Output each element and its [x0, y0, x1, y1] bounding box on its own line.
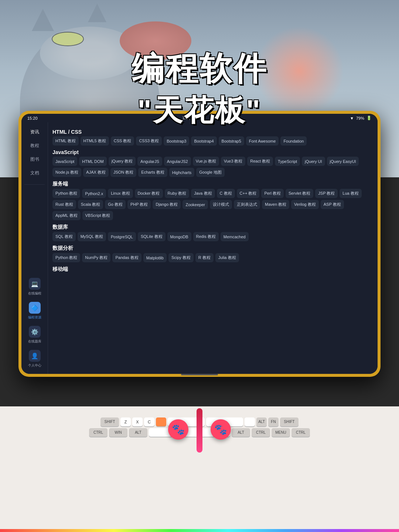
- tag-btn-database-6[interactable]: Memcached: [221, 232, 249, 241]
- sidebar-item-news[interactable]: 资讯: [21, 125, 48, 139]
- tag-btn-javascript-3[interactable]: AngularJS: [137, 157, 162, 166]
- tag-btn-server-8[interactable]: Perl 教程: [261, 189, 284, 198]
- tag-btn-html-css-8[interactable]: Foundation: [280, 136, 307, 146]
- sidebar-item-profile[interactable]: 👤 个人中心: [21, 347, 48, 371]
- tag-btn-javascript-1[interactable]: HTML DOM: [79, 157, 106, 166]
- tag-btn-data-analysis-6[interactable]: Julia 教程: [215, 253, 239, 262]
- tag-btn-database-3[interactable]: SQLite 教程: [138, 232, 166, 241]
- sidebar-item-edit-resource[interactable]: 🔷 编程资源: [21, 299, 48, 323]
- sidebar-item-docs[interactable]: 文档: [21, 166, 48, 180]
- tag-btn-javascript-2[interactable]: jQuery 教程: [109, 157, 136, 166]
- tag-btn-server-10[interactable]: JSP 教程: [315, 189, 338, 198]
- tag-btn-server-20[interactable]: Maven 教程: [262, 200, 289, 209]
- alt-key-left[interactable]: ALT: [129, 428, 147, 437]
- tag-btn-html-css-0[interactable]: HTML 教程: [52, 136, 79, 146]
- tag-btn-database-5[interactable]: Redis 教程: [193, 232, 219, 241]
- ctrl-key-right[interactable]: CTRL: [252, 428, 270, 437]
- tag-btn-javascript-7[interactable]: React 教程: [247, 157, 273, 166]
- online-edit-icon: 💻: [29, 278, 41, 290]
- tag-btn-database-0[interactable]: SQL 教程: [52, 232, 76, 241]
- tag-btn-javascript-9[interactable]: jQuery UI: [302, 157, 325, 166]
- tag-btn-data-analysis-0[interactable]: Python 教程: [52, 253, 80, 262]
- sidebar-item-tutorial[interactable]: 教程: [21, 139, 48, 153]
- tag-btn-server-21[interactable]: Verilog 教程: [291, 200, 319, 209]
- ipad-frame: 15:20 12月6日周五 ▼ 79% 🔋 资讯 教程: [18, 111, 381, 377]
- tag-btn-javascript-0[interactable]: JavaScript: [52, 157, 77, 166]
- tag-btn-server-18[interactable]: 设计模式: [210, 200, 232, 209]
- key-fn[interactable]: FN: [268, 417, 279, 426]
- tag-btn-server-0[interactable]: Python 教程: [52, 189, 80, 198]
- tag-btn-server-7[interactable]: C++ 教程: [237, 189, 260, 198]
- tag-btn-server-12[interactable]: Rust 教程: [52, 200, 76, 209]
- key-orange[interactable]: [156, 417, 166, 426]
- sidebar-item-online-edit[interactable]: 💻 在线编程: [21, 275, 48, 299]
- shift-key-left[interactable]: SHIFT: [100, 417, 119, 426]
- tag-btn-server-22[interactable]: ASP 教程: [321, 200, 344, 209]
- tag-btn-server-14[interactable]: Go 教程: [105, 200, 126, 209]
- sidebar-item-books[interactable]: 图书: [21, 153, 48, 166]
- tag-btn-server-16[interactable]: Django 教程: [153, 200, 181, 209]
- key-c[interactable]: C: [144, 417, 154, 426]
- ctrl-key-left[interactable]: CTRL: [89, 428, 108, 437]
- key-alt[interactable]: ALT: [256, 417, 267, 426]
- menu-key[interactable]: MENU: [272, 428, 290, 437]
- tag-btn-server-1[interactable]: Python2.x: [82, 189, 106, 198]
- tag-btn-html-css-4[interactable]: Bootstrap3: [164, 136, 189, 146]
- key-comma[interactable]: [245, 417, 255, 426]
- tag-btn-server-19[interactable]: 正则表达式: [234, 200, 260, 209]
- tag-btn-server-4[interactable]: Ruby 教程: [165, 189, 190, 198]
- rgb-glow: [0, 529, 399, 532]
- online-library-label: 在线题库: [28, 339, 41, 344]
- tag-btn-server-9[interactable]: Servlet 教程: [286, 189, 313, 198]
- tag-btn-html-css-3[interactable]: CSS3 教程: [136, 136, 162, 146]
- tag-btn-server-24[interactable]: VBScript 教程: [82, 211, 113, 220]
- tag-btn-server-17[interactable]: Zookeeper: [183, 200, 208, 209]
- tag-btn-server-11[interactable]: Lua 教程: [340, 189, 361, 198]
- tag-btn-html-css-1[interactable]: HTML5 教程: [81, 136, 109, 146]
- battery-level: 79%: [356, 116, 364, 120]
- section-header-data-analysis: 数据分析: [52, 243, 373, 253]
- tag-btn-javascript-12[interactable]: AJAX 教程: [83, 168, 109, 177]
- tag-btn-javascript-10[interactable]: jQuery EasyUI: [327, 157, 359, 166]
- tag-btn-javascript-4[interactable]: AngularJS2: [164, 157, 191, 166]
- tag-btn-javascript-11[interactable]: Node.js 教程: [52, 168, 81, 177]
- tag-btn-data-analysis-5[interactable]: R 教程: [195, 253, 214, 262]
- tag-btn-data-analysis-1[interactable]: NumPy 教程: [82, 253, 110, 262]
- win-key[interactable]: WIN: [109, 428, 127, 437]
- tag-btn-server-15[interactable]: PHP 教程: [127, 200, 151, 209]
- tag-btn-server-13[interactable]: Scala 教程: [78, 200, 103, 209]
- app-body: 资讯 教程 图书 文档 💻 在线编程: [21, 122, 378, 374]
- ctrl-key-far[interactable]: CTRL: [291, 428, 310, 437]
- tag-btn-html-css-5[interactable]: Bootstrap4: [191, 136, 216, 146]
- tag-btn-javascript-5[interactable]: Vue.js 教程: [193, 157, 219, 166]
- tag-btn-server-5[interactable]: Java 教程: [191, 189, 215, 198]
- alt-key-right[interactable]: ALT: [232, 428, 250, 437]
- tag-btn-javascript-16[interactable]: Google 地图: [196, 168, 225, 177]
- tag-btn-database-2[interactable]: PostgreSQL: [108, 232, 136, 241]
- sidebar-item-online-library[interactable]: ⚙️ 在线题库: [21, 323, 48, 347]
- tag-btn-data-analysis-4[interactable]: Scipy 教程: [168, 253, 194, 262]
- tag-btn-javascript-8[interactable]: TypeScript: [275, 157, 300, 166]
- tag-btn-javascript-6[interactable]: Vue3 教程: [221, 157, 245, 166]
- tag-btn-javascript-15[interactable]: Highcharts: [169, 168, 195, 177]
- profile-label: 个人中心: [28, 363, 41, 368]
- tag-btn-html-css-6[interactable]: Bootstrap5: [219, 136, 244, 146]
- tag-btn-server-23[interactable]: AppML 教程: [52, 211, 81, 220]
- tag-btn-data-analysis-3[interactable]: Matplotlib: [143, 253, 167, 262]
- tag-btn-javascript-14[interactable]: Echarts 教程: [138, 168, 167, 177]
- tag-btn-server-6[interactable]: C 教程: [217, 189, 235, 198]
- tag-btn-html-css-2[interactable]: CSS 教程: [111, 136, 134, 146]
- tags-row-html-css: HTML 教程HTML5 教程CSS 教程CSS3 教程Bootstrap3Bo…: [52, 136, 373, 146]
- main-content[interactable]: HTML / CSSHTML 教程HTML5 教程CSS 教程CSS3 教程Bo…: [48, 122, 378, 374]
- tag-btn-javascript-13[interactable]: JSON 教程: [110, 168, 136, 177]
- poster-line1: 编程软件: [132, 47, 267, 91]
- key-x[interactable]: X: [132, 417, 143, 426]
- tag-btn-database-4[interactable]: MongoDB: [167, 232, 191, 241]
- tag-btn-database-1[interactable]: MySQL 教程: [78, 232, 106, 241]
- tag-btn-html-css-7[interactable]: Font Awesome: [246, 136, 279, 146]
- shift-key-right[interactable]: SHIFT: [280, 417, 299, 426]
- tag-btn-server-3[interactable]: Docker 教程: [135, 189, 163, 198]
- tag-btn-server-2[interactable]: Linux 教程: [108, 189, 133, 198]
- key-z[interactable]: Z: [120, 417, 131, 426]
- tag-btn-data-analysis-2[interactable]: Pandas 教程: [112, 253, 141, 262]
